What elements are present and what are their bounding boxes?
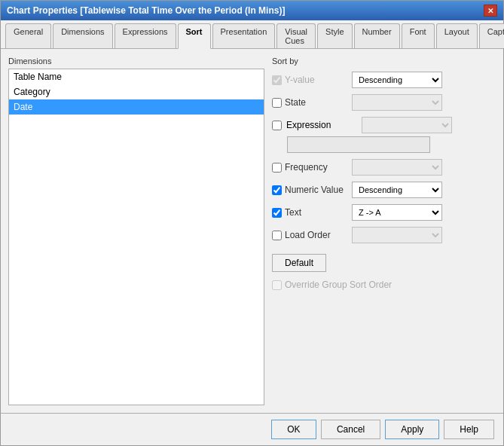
- sort-row-numeric-value: Numeric ValueAscendingDescending: [272, 182, 496, 198]
- sort-row-load-order: Load Order: [272, 227, 496, 243]
- override-label: Override Group Sort Order: [285, 280, 392, 290]
- checkbox-text[interactable]: [272, 208, 282, 218]
- sort-by-label: Sort by: [272, 57, 496, 66]
- list-item[interactable]: Table Name: [9, 69, 264, 84]
- tab-number[interactable]: Number: [354, 23, 400, 48]
- tab-expressions[interactable]: Expressions: [115, 23, 176, 48]
- footer: OK Cancel Apply Help: [1, 413, 503, 445]
- window-title: Chart Properties [Tablewise Total Time O…: [7, 5, 285, 16]
- title-bar: Chart Properties [Tablewise Total Time O…: [1, 1, 503, 20]
- left-panel: Dimensions Table NameCategoryDate: [8, 57, 264, 405]
- tab-general[interactable]: General: [5, 23, 51, 48]
- checkbox-frequency[interactable]: [272, 163, 282, 173]
- checkbox-numeric-value[interactable]: [272, 185, 282, 195]
- expression-text-input[interactable]: [287, 136, 430, 153]
- select-state[interactable]: [352, 94, 442, 111]
- tabs-bar: GeneralDimensionsExpressionsSortPresenta…: [1, 20, 503, 49]
- tab-style[interactable]: Style: [317, 23, 352, 48]
- select-expression[interactable]: [362, 117, 452, 133]
- tab-font[interactable]: Font: [402, 23, 435, 48]
- right-panel: Sort by Y-valueAscendingDescending State…: [272, 57, 496, 405]
- label-expression: Expression: [286, 120, 357, 130]
- label-numeric-value: Numeric Value: [272, 185, 347, 195]
- apply-button[interactable]: Apply: [385, 420, 439, 439]
- list-item[interactable]: Category: [9, 84, 264, 99]
- label-state: State: [272, 97, 347, 108]
- sort-row-y-value: Y-valueAscendingDescending: [272, 72, 496, 88]
- close-button[interactable]: ✕: [484, 5, 497, 17]
- label-load-order: Load Order: [272, 230, 347, 240]
- tab-layout[interactable]: Layout: [436, 23, 478, 48]
- override-row: Override Group Sort Order: [272, 280, 496, 290]
- help-button[interactable]: Help: [444, 420, 494, 439]
- label-text: Text: [272, 207, 347, 218]
- label-y-value: Y-value: [272, 75, 347, 85]
- list-item[interactable]: Date: [9, 99, 264, 115]
- select-frequency[interactable]: [352, 159, 442, 176]
- main-window: Chart Properties [Tablewise Total Time O…: [0, 0, 504, 446]
- sort-row-expression: Expression: [272, 117, 496, 153]
- sort-row-frequency: Frequency: [272, 159, 496, 176]
- label-frequency: Frequency: [272, 162, 347, 173]
- tab-sort[interactable]: Sort: [178, 23, 211, 49]
- dimensions-list[interactable]: Table NameCategoryDate: [8, 69, 264, 405]
- select-y-value[interactable]: AscendingDescending: [352, 72, 442, 88]
- checkbox-load-order[interactable]: [272, 231, 282, 240]
- sort-row-state: State: [272, 94, 496, 111]
- tab-caption[interactable]: Caption: [479, 23, 504, 48]
- sort-rows: Y-valueAscendingDescending StateExpressi…: [272, 72, 496, 249]
- tab-visual-cues[interactable]: Visual Cues: [276, 23, 316, 48]
- content-area: Dimensions Table NameCategoryDate Sort b…: [1, 49, 503, 413]
- override-checkbox[interactable]: [272, 280, 282, 290]
- checkbox-y-value[interactable]: [272, 75, 282, 85]
- title-bar-buttons: ✕: [484, 5, 497, 17]
- tab-dimensions[interactable]: Dimensions: [53, 23, 112, 48]
- default-button[interactable]: Default: [272, 254, 326, 272]
- select-numeric-value[interactable]: AscendingDescending: [352, 182, 442, 198]
- checkbox-state[interactable]: [272, 98, 282, 108]
- select-text[interactable]: A -> ZZ -> A: [352, 204, 442, 221]
- sort-row-text: TextA -> ZZ -> A: [272, 204, 496, 221]
- ok-button[interactable]: OK: [271, 420, 316, 439]
- cancel-button[interactable]: Cancel: [321, 420, 380, 439]
- select-load-order[interactable]: [352, 227, 442, 243]
- tab-presentation[interactable]: Presentation: [212, 23, 276, 48]
- dimensions-label: Dimensions: [8, 57, 264, 66]
- checkbox-expression[interactable]: [272, 121, 282, 130]
